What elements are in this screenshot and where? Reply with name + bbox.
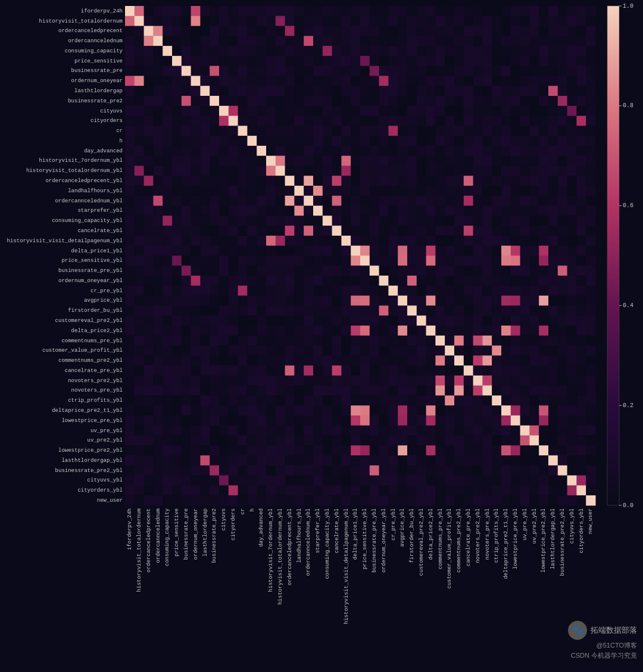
watermark-sub: CSDN 今机器学习究竟: [571, 651, 637, 660]
main-container: 🐾 拓端数据部落 @51CTO博客 CSDN 今机器学习究竟: [0, 0, 643, 672]
watermark: 🐾 拓端数据部落 @51CTO博客 CSDN 今机器学习究竟: [568, 621, 637, 660]
watermark-platform: @51CTO博客: [597, 641, 637, 650]
heatmap-canvas: [0, 0, 643, 672]
watermark-logo: 🐾 拓端数据部落: [568, 621, 637, 640]
watermark-icon: 🐾: [568, 621, 587, 640]
watermark-brand: 拓端数据部落: [591, 625, 637, 636]
